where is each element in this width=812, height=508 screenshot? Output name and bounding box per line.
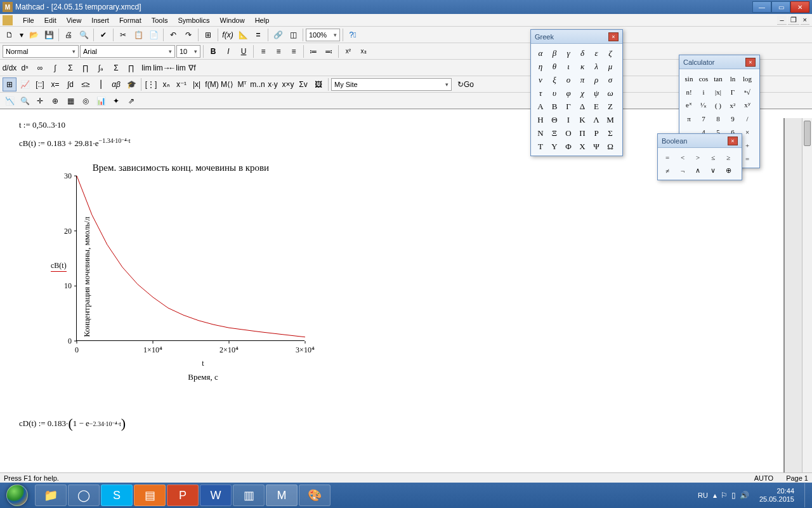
calculate-button[interactable]: =: [251, 28, 265, 42]
menu-tools[interactable]: Tools: [147, 15, 173, 25]
print-preview-button[interactable]: 🔍: [77, 28, 91, 42]
boolgrid-cell[interactable]: ≠: [660, 164, 674, 177]
determinant-button[interactable]: |x|: [190, 77, 204, 91]
print-button[interactable]: 🖨: [62, 28, 75, 42]
greekgrid-cell[interactable]: ε: [589, 46, 603, 60]
greekgrid-cell[interactable]: γ: [561, 46, 575, 60]
boolgrid-cell[interactable]: =: [660, 150, 674, 164]
mdi-restore-button[interactable]: ❐: [788, 16, 799, 25]
greekgrid-cell[interactable]: φ: [561, 86, 575, 100]
dot-product-button[interactable]: x·y: [266, 77, 280, 91]
limit-right-button[interactable]: lim→: [155, 61, 169, 75]
vector-field-button[interactable]: ⇗: [124, 94, 138, 108]
align-left-button[interactable]: ≡: [256, 44, 270, 58]
gradient-button[interactable]: ∇f: [185, 61, 199, 75]
greekgrid-cell[interactable]: ψ: [589, 86, 603, 100]
greekgrid-cell[interactable]: Κ: [575, 113, 589, 126]
definite-integral-button[interactable]: ∫ₐ: [94, 61, 108, 75]
style-combo[interactable]: Normal: [3, 45, 79, 58]
insert-component-button[interactable]: ◫: [286, 28, 300, 42]
greekgrid-cell[interactable]: Ι: [561, 113, 575, 126]
greekgrid-cell[interactable]: Η: [534, 113, 547, 126]
menu-view[interactable]: View: [62, 15, 87, 25]
tray-flag-icon[interactable]: ⚐: [721, 491, 728, 500]
size-combo[interactable]: 10: [176, 45, 200, 58]
calcgrid-cell[interactable]: eˣ: [682, 98, 696, 112]
boolgrid-cell[interactable]: ≥: [721, 150, 735, 164]
taskbar-app1[interactable]: ▤: [134, 485, 166, 506]
calcgrid-cell[interactable]: 7: [697, 112, 710, 125]
calcgrid-cell[interactable]: ln: [726, 72, 740, 85]
subscript-button[interactable]: x₂: [357, 44, 370, 58]
menu-insert[interactable]: Insert: [86, 15, 114, 25]
chart-region[interactable]: Врем. зависимость конц. мочевины в крови…: [32, 163, 330, 391]
greekgrid-cell[interactable]: τ: [534, 86, 547, 100]
menu-window[interactable]: Window: [215, 15, 250, 25]
greekgrid-cell[interactable]: δ: [575, 46, 589, 60]
matrix-button[interactable]: [⋮]: [144, 77, 158, 91]
greekgrid-cell[interactable]: ο: [561, 73, 575, 86]
evaluation-palette-button[interactable]: x=: [48, 77, 62, 91]
boolgrid-cell[interactable]: >: [691, 150, 705, 164]
equation-cd[interactable]: cD(t) := 0.183· ( 1 − e−2.34·10⁻⁴·t ): [19, 415, 126, 432]
equation-cb[interactable]: cB(t) := 0.183 + 29.81·e−1.34·10⁻⁴·t: [19, 137, 130, 149]
cross-product-button[interactable]: x×y: [281, 77, 295, 91]
equation-t-range[interactable]: t := 0,50..3·10: [19, 118, 65, 130]
boolgrid-cell[interactable]: <: [676, 150, 690, 164]
taskbar-powerpoint[interactable]: P: [167, 485, 199, 506]
greekgrid-cell[interactable]: Ν: [534, 126, 547, 140]
new-button[interactable]: 🗋: [3, 28, 16, 42]
taskbar-app2[interactable]: ▥: [233, 485, 265, 506]
transpose-button[interactable]: Mᵀ: [235, 77, 249, 91]
greekgrid-cell[interactable]: η: [534, 60, 547, 73]
taskbar-chrome[interactable]: ◯: [68, 485, 100, 506]
calcgrid-cell[interactable]: x²: [726, 98, 740, 112]
taskbar-clock[interactable]: 20:44 25.05.2015: [754, 487, 799, 503]
align-regions-button[interactable]: ⊞: [201, 28, 215, 42]
greekgrid-cell[interactable]: ι: [561, 60, 575, 73]
greekgrid-cell[interactable]: α: [534, 46, 547, 60]
vectorize-button[interactable]: f(M): [205, 77, 219, 91]
spellcheck-button[interactable]: ✔: [96, 28, 110, 42]
zoom-combo[interactable]: 100%: [306, 29, 340, 41]
greekgrid-cell[interactable]: π: [575, 73, 589, 86]
calculator-palette-close[interactable]: ×: [745, 58, 756, 67]
tray-up-icon[interactable]: ▴: [713, 491, 717, 500]
align-center-button[interactable]: ≡: [272, 44, 285, 58]
boolgrid-cell[interactable]: ∧: [691, 164, 705, 177]
taskbar-word[interactable]: W: [200, 485, 232, 506]
calcgrid-cell[interactable]: i: [697, 85, 710, 98]
polar-plot-button[interactable]: ⊕: [48, 94, 62, 108]
font-combo[interactable]: Arial: [80, 45, 175, 58]
undo-button[interactable]: ↶: [166, 28, 180, 42]
zoom-plot-button[interactable]: 🔍: [18, 94, 32, 108]
insert-unit-button[interactable]: 📐: [236, 28, 250, 42]
integral-button[interactable]: ∫: [48, 61, 62, 75]
sum-vector-button[interactable]: Σv: [296, 77, 310, 91]
picture-button[interactable]: 🖼: [311, 77, 325, 91]
calcgrid-cell[interactable]: |x|: [711, 85, 725, 98]
greekgrid-cell[interactable]: σ: [603, 73, 617, 86]
copy-button[interactable]: 📋: [131, 28, 145, 42]
superscript-button[interactable]: x²: [341, 44, 355, 58]
calculator-palette-button[interactable]: ⊞: [3, 77, 16, 91]
taskbar-skype[interactable]: S: [101, 485, 133, 506]
calcgrid-cell[interactable]: /: [740, 112, 754, 125]
open-button[interactable]: 📂: [27, 28, 41, 42]
insert-function-button[interactable]: f(x): [221, 28, 235, 42]
tray-network-icon[interactable]: ▯: [731, 491, 736, 500]
menu-help[interactable]: Help: [250, 15, 275, 25]
taskbar-lang[interactable]: RU: [698, 491, 708, 499]
limit-left-button[interactable]: ←lim: [170, 61, 184, 75]
nth-derivative-button[interactable]: dⁿ: [18, 61, 32, 75]
greekgrid-cell[interactable]: Λ: [589, 113, 603, 126]
subscript-n-button[interactable]: xₙ: [159, 77, 173, 91]
calcgrid-cell[interactable]: =: [740, 152, 754, 165]
paste-button[interactable]: 📄: [147, 28, 160, 42]
mdi-close-button[interactable]: ×: [801, 16, 809, 25]
insert-hyperlink-button[interactable]: 🔗: [271, 28, 285, 42]
infinity-button[interactable]: ∞: [33, 61, 47, 75]
calcgrid-cell[interactable]: log: [740, 72, 754, 85]
limit-button[interactable]: lim: [140, 61, 154, 75]
boolgrid-cell[interactable]: ⊕: [721, 164, 735, 177]
